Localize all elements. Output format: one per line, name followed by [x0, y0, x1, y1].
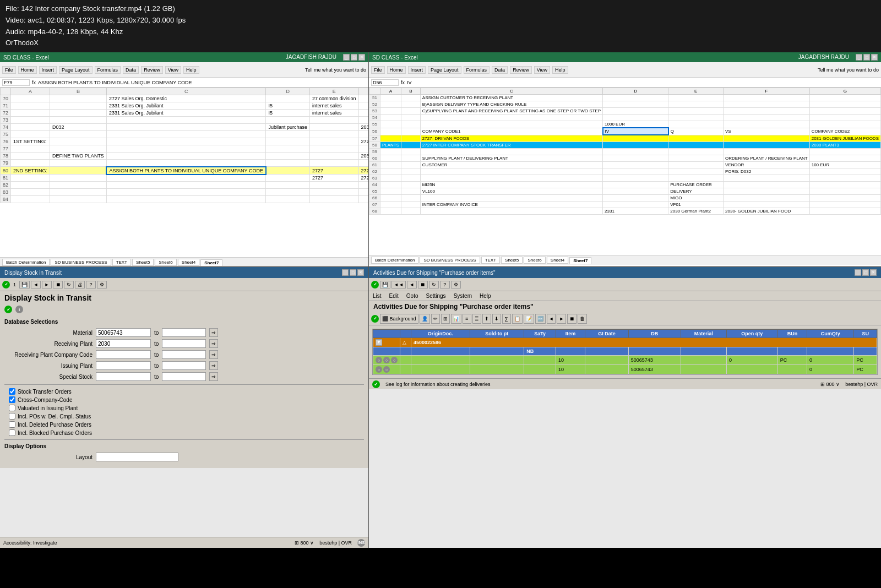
tab-sheet7[interactable]: Sheet7 — [200, 259, 222, 266]
r-help-btn[interactable]: ? — [440, 281, 450, 288]
back-btn[interactable]: ◄ — [31, 281, 41, 288]
maximize-btn[interactable]: □ — [351, 54, 357, 61]
tab-sd[interactable]: SD BUSINESS PROCESS — [51, 259, 111, 266]
act-btn8[interactable]: ⬇ — [492, 314, 501, 324]
r-tab-sheet4[interactable]: Sheet4 — [547, 257, 568, 264]
r-refresh-btn[interactable]: ↻ — [429, 281, 439, 288]
close-btn[interactable]: ✕ — [358, 54, 365, 61]
file-menu[interactable]: File — [2, 66, 16, 74]
material-input[interactable] — [96, 328, 151, 337]
receiving-plant-lookup[interactable]: ⇒ — [209, 339, 218, 348]
grid-data-row-1[interactable]: ○ ○ ○ 10 — [373, 356, 877, 365]
receiving-plant-to-input[interactable] — [162, 339, 206, 348]
act-btn5[interactable]: ≡ — [463, 314, 471, 324]
tab-batch[interactable]: Batch Determination — [2, 259, 50, 266]
receiving-plant-input[interactable] — [96, 339, 151, 348]
insert-menu[interactable]: Insert — [39, 66, 57, 74]
expand-icon[interactable]: ▼ — [376, 339, 382, 346]
r-save-btn[interactable]: 💾 — [380, 281, 390, 288]
sap-right-data-grid[interactable]: OriginDoc. Sold-to pt SaTy Item GI Date … — [372, 329, 878, 375]
menu-goto[interactable]: Goto — [405, 293, 420, 299]
view-menu[interactable]: View — [165, 66, 181, 74]
r-stop-btn[interactable]: ⏹ — [418, 281, 428, 288]
issuing-plant-to-input[interactable] — [162, 361, 206, 370]
act-btn15[interactable]: ⏹ — [567, 314, 577, 324]
sap-right-minimize[interactable]: _ — [855, 269, 861, 276]
right-excel-grid[interactable]: A B C D E F G 51ASSIGN CUSTOMER TO RECEI… — [369, 88, 881, 255]
sto-checkbox[interactable] — [9, 388, 15, 395]
act-btn16[interactable]: 🗑 — [578, 314, 587, 324]
r-data-menu[interactable]: Data — [492, 66, 508, 74]
refresh-btn[interactable]: ↻ — [64, 281, 74, 288]
layout-input[interactable] — [96, 453, 178, 461]
print-btn[interactable]: 🖨 — [75, 281, 85, 288]
r-back-btn[interactable]: ◄◄ — [391, 281, 406, 288]
r-file-menu[interactable]: File — [371, 66, 385, 74]
tab-text[interactable]: TEXT — [112, 259, 131, 266]
right-minimize-btn[interactable]: _ — [856, 54, 862, 61]
menu-list[interactable]: List — [371, 293, 383, 299]
act-btn11[interactable]: 📝 — [524, 314, 534, 324]
r-cell-ref-input[interactable] — [371, 79, 399, 86]
menu-help[interactable]: Help — [478, 293, 493, 299]
r-tab-batch[interactable]: Batch Determination — [371, 257, 418, 264]
incl-del-checkbox[interactable] — [9, 413, 15, 420]
act-btn9[interactable]: ∑ — [502, 314, 511, 324]
issuing-plant-input[interactable] — [96, 361, 151, 370]
left-excel-grid[interactable]: A B C D E F G 702727 Sales Org. Domestic… — [0, 88, 368, 257]
review-menu[interactable]: Review — [141, 66, 163, 74]
act-btn14[interactable]: ► — [557, 314, 566, 324]
sap-left-close[interactable]: ✕ — [357, 269, 364, 276]
r-home-menu[interactable]: Home — [387, 66, 406, 74]
act-btn7[interactable]: ⬆ — [482, 314, 491, 324]
formulas-menu[interactable]: Formulas — [95, 66, 121, 74]
help-menu[interactable]: Help — [183, 66, 199, 74]
incl-deleted-checkbox[interactable] — [9, 421, 15, 428]
menu-system[interactable]: System — [452, 293, 474, 299]
act-btn3[interactable]: ⊞ — [441, 314, 450, 324]
help-btn[interactable]: ? — [86, 281, 96, 288]
incl-blocked-checkbox[interactable] — [9, 429, 15, 436]
receiving-plant-cc-input[interactable] — [96, 350, 151, 359]
r-pagelayout-menu[interactable]: Page Layout — [428, 66, 461, 74]
save-btn[interactable]: 💾 — [19, 281, 30, 288]
tab-sheet5[interactable]: Sheet5 — [132, 259, 154, 266]
sap-left-minimize[interactable]: _ — [342, 269, 349, 276]
r-tab-sheet7[interactable]: Sheet7 — [569, 257, 591, 264]
material-to-input[interactable] — [162, 328, 206, 337]
r-tab-sheet6[interactable]: Sheet6 — [524, 257, 545, 264]
r-help-menu[interactable]: Help — [552, 66, 568, 74]
data-menu[interactable]: Data — [123, 66, 139, 74]
cross-company-checkbox[interactable] — [9, 396, 15, 403]
act-btn6[interactable]: ≣ — [472, 314, 481, 324]
valuated-checkbox[interactable] — [9, 405, 15, 411]
grid-data-row-2[interactable]: ○ ○ 10 50065743 — [373, 365, 877, 374]
r-view-menu[interactable]: View — [534, 66, 550, 74]
act-btn10[interactable]: 📋 — [512, 314, 523, 324]
r-settings-btn[interactable]: ⚙ — [451, 281, 461, 288]
r-tab-sd[interactable]: SD BUSINESS PROCESS — [420, 257, 480, 264]
stop-btn[interactable]: ⏹ — [53, 281, 63, 288]
r-formulas-menu[interactable]: Formulas — [464, 66, 490, 74]
r-tab-sheet5[interactable]: Sheet5 — [501, 257, 523, 264]
act-btn13[interactable]: ◄ — [547, 314, 556, 324]
cell-ref-input[interactable] — [2, 79, 30, 86]
r-insert-menu[interactable]: Insert — [408, 66, 426, 74]
act-btn12[interactable]: 🔤 — [535, 314, 546, 324]
home-menu[interactable]: Home — [18, 66, 37, 74]
special-stock-lookup[interactable]: ⇒ — [209, 372, 218, 381]
tab-sheet4[interactable]: Sheet4 — [178, 259, 199, 266]
act-btn2[interactable]: ✏ — [431, 314, 440, 324]
act-btn1[interactable]: 👤 — [420, 314, 430, 324]
settings-btn[interactable]: ⚙ — [97, 281, 107, 288]
sap-right-close[interactable]: ✕ — [870, 269, 877, 276]
special-stock-to-input[interactable] — [162, 372, 206, 381]
material-lookup[interactable]: ⇒ — [209, 328, 218, 337]
r-prev-btn[interactable]: ◄ — [407, 281, 417, 288]
receiving-plant-cc-lookup[interactable]: ⇒ — [209, 350, 218, 359]
receiving-plant-cc-to-input[interactable] — [162, 350, 206, 359]
right-close-btn[interactable]: ✕ — [871, 54, 878, 61]
r-review-menu[interactable]: Review — [510, 66, 532, 74]
sap-left-maximize[interactable]: □ — [350, 269, 356, 276]
fwd-btn[interactable]: ► — [42, 281, 52, 288]
